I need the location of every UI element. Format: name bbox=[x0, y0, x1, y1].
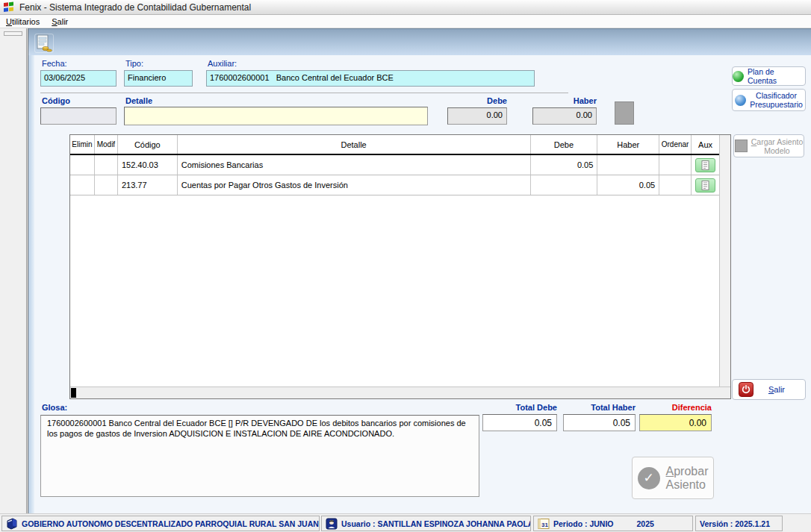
debe-label: Debe bbox=[447, 96, 507, 105]
total-debe-field: 0.05 bbox=[482, 414, 557, 431]
user-text: Usuario : SANTILLAN ESPINOZA JOHANNA PAO… bbox=[341, 519, 531, 528]
tipo-label: Tipo: bbox=[125, 59, 143, 68]
window-titlebar: Fenix - Sistema Integrado de Contabilida… bbox=[0, 0, 811, 15]
grid-header: Elimin Modif Código Detalle Debe Haber O… bbox=[70, 135, 719, 155]
row-haber: 0.05 bbox=[597, 175, 659, 195]
detalle-label: Detalle bbox=[125, 96, 152, 105]
plan-de-cuentas-label: Plan de Cuentas bbox=[748, 67, 805, 85]
grid-body: Elimin Modif Código Detalle Debe Haber O… bbox=[70, 135, 719, 387]
vertical-scrollbar[interactable] bbox=[719, 135, 730, 387]
haber-input[interactable]: 0.00 bbox=[532, 107, 597, 125]
left-collapsed-panel bbox=[0, 28, 27, 513]
green-sphere-icon bbox=[733, 71, 744, 82]
version-text: Versión : 2025.1.21 bbox=[700, 519, 770, 528]
aux-button[interactable] bbox=[695, 158, 715, 172]
diferencia-label: Diferencia bbox=[639, 403, 712, 412]
col-codigo: Código bbox=[118, 135, 178, 154]
menu-bar: Utilitarios Salir bbox=[0, 15, 811, 28]
row-codigo: 213.77 bbox=[118, 175, 178, 195]
menu-salir[interactable]: Salir bbox=[46, 16, 74, 27]
add-row-button[interactable] bbox=[615, 101, 634, 125]
diferencia-field: 0.00 bbox=[639, 414, 712, 431]
blue-sphere-icon bbox=[735, 95, 746, 106]
app-icon bbox=[3, 1, 15, 13]
total-debe-label: Total Debe bbox=[482, 403, 557, 412]
col-haber: Haber bbox=[597, 135, 659, 154]
fecha-label: Fecha: bbox=[42, 59, 67, 68]
book-icon bbox=[6, 518, 18, 530]
aprobar-label-line2: Asiento bbox=[666, 478, 709, 492]
aux-document-icon bbox=[701, 181, 709, 190]
panel-grabber[interactable] bbox=[4, 31, 22, 36]
scrollbar-thumb[interactable] bbox=[71, 388, 76, 398]
calendar-icon: 31 bbox=[538, 518, 550, 530]
clasificador-presupuestario-button[interactable]: Clasificador Presupuestario bbox=[732, 89, 806, 111]
glosa-label: Glosa: bbox=[42, 403, 67, 412]
debe-input[interactable]: 0.00 bbox=[447, 107, 507, 125]
header-band bbox=[28, 28, 811, 55]
window-title: Fenix - Sistema Integrado de Contabilida… bbox=[19, 2, 251, 13]
user-icon bbox=[326, 518, 338, 530]
main-panel: Fecha: 03/06/2025 Tipo: Financiero Auxil… bbox=[28, 28, 811, 513]
cargar-label-line1: Cargar Asiento bbox=[751, 137, 803, 146]
statusbar-entity: GOBIERNO AUTONOMO DESCENTRALIZADO PARROQ… bbox=[1, 516, 320, 531]
power-icon bbox=[739, 382, 753, 397]
codigo-input[interactable] bbox=[40, 107, 116, 125]
cargar-asiento-modelo-button[interactable]: Cargar Asiento Modelo bbox=[733, 134, 804, 157]
statusbar-version: Versión : 2025.1.21 bbox=[695, 516, 783, 531]
aprobar-asiento-button[interactable]: ✓ Aprobar Asiento bbox=[632, 457, 714, 499]
menu-utilitarios[interactable]: Utilitarios bbox=[0, 16, 46, 27]
separator-line bbox=[40, 93, 568, 93]
row-detalle: Comisiones Bancarias bbox=[178, 155, 531, 175]
cargar-label-line2: Modelo bbox=[751, 146, 803, 155]
grid-row[interactable]: 152.40.03 Comisiones Bancarias 0.05 bbox=[70, 155, 719, 175]
entity-text: GOBIERNO AUTONOMO DESCENTRALIZADO PARROQ… bbox=[22, 519, 319, 528]
entries-grid: Elimin Modif Código Detalle Debe Haber O… bbox=[69, 134, 731, 399]
status-bar: GOBIERNO AUTONOMO DESCENTRALIZADO PARROQ… bbox=[0, 513, 811, 532]
statusbar-user: Usuario : SANTILLAN ESPINOZA JOHANNA PAO… bbox=[321, 516, 531, 531]
clasificador-label-line2: Presupuestario bbox=[750, 100, 803, 109]
left-accent-strip bbox=[28, 55, 34, 513]
auxiliar-input[interactable]: 1760002600001 Banco Central del Ecuador … bbox=[206, 70, 535, 87]
journal-report-button[interactable] bbox=[34, 34, 54, 53]
col-ordenar: Ordenar bbox=[659, 135, 692, 154]
salir-button[interactable]: Salir bbox=[732, 379, 806, 400]
check-icon: ✓ bbox=[638, 467, 660, 489]
period-year: 2025 bbox=[637, 519, 654, 528]
row-debe: 0.05 bbox=[531, 155, 598, 175]
aux-document-icon bbox=[701, 160, 709, 170]
row-haber bbox=[597, 155, 659, 175]
row-debe bbox=[531, 175, 598, 195]
horizontal-scrollbar[interactable] bbox=[70, 387, 730, 398]
row-detalle: Cuentas por Pagar Otros Gastos de Invers… bbox=[178, 175, 531, 195]
haber-label: Haber bbox=[532, 96, 597, 105]
salir-label: Salir bbox=[768, 385, 785, 394]
clasificador-label-line1: Clasificador bbox=[750, 91, 803, 100]
detalle-input[interactable] bbox=[124, 107, 428, 125]
gray-square-icon bbox=[735, 140, 748, 152]
total-haber-label: Total Haber bbox=[563, 403, 636, 412]
tipo-input[interactable]: Financiero bbox=[124, 70, 193, 87]
aprobar-label-line1: Aprobar bbox=[666, 465, 709, 478]
col-aux: Aux bbox=[692, 135, 719, 154]
statusbar-period: 31 Periodo : JUNIO 2025 bbox=[533, 516, 693, 531]
grid-row[interactable]: 213.77 Cuentas por Pagar Otros Gastos de… bbox=[70, 175, 719, 195]
svg-text:31: 31 bbox=[541, 521, 548, 528]
col-detalle: Detalle bbox=[178, 135, 531, 154]
col-elimin: Elimin bbox=[70, 135, 95, 154]
col-modif: Modif bbox=[95, 135, 118, 154]
document-coins-icon bbox=[36, 34, 52, 52]
period-text: Periodo : JUNIO bbox=[553, 519, 614, 528]
codigo-label: Código bbox=[42, 96, 70, 105]
row-codigo: 152.40.03 bbox=[118, 155, 178, 175]
plan-de-cuentas-button[interactable]: Plan de Cuentas bbox=[732, 66, 806, 86]
aux-button[interactable] bbox=[695, 178, 715, 193]
total-haber-field: 0.05 bbox=[563, 414, 636, 431]
auxiliar-label: Auxiliar: bbox=[208, 59, 237, 68]
fecha-input[interactable]: 03/06/2025 bbox=[40, 70, 116, 87]
col-debe: Debe bbox=[531, 135, 598, 154]
glosa-textarea[interactable]: 1760002600001 Banco Central del Ecuador … bbox=[40, 415, 479, 497]
